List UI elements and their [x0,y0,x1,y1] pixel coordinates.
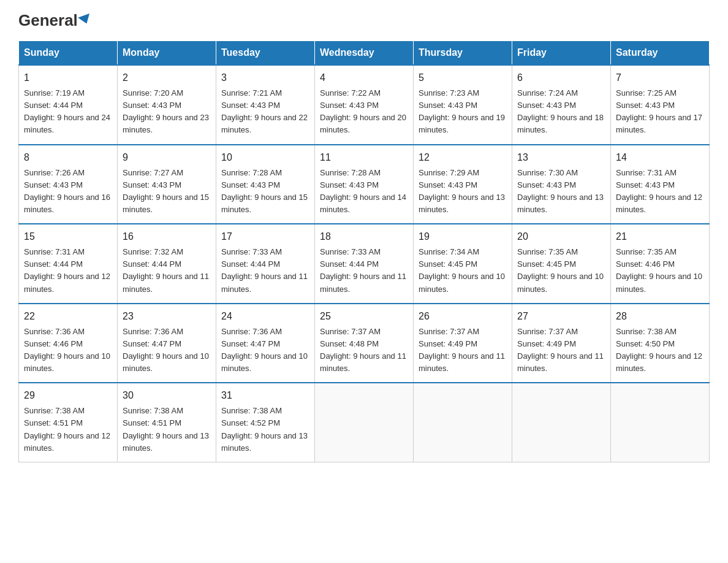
calendar-cell: 17Sunrise: 7:33 AMSunset: 4:44 PMDayligh… [216,224,315,304]
calendar-cell: 11Sunrise: 7:28 AMSunset: 4:43 PMDayligh… [315,145,414,224]
day-number: 22 [24,309,112,324]
calendar-cell: 20Sunrise: 7:35 AMSunset: 4:45 PMDayligh… [512,224,611,304]
day-info: Sunrise: 7:24 AMSunset: 4:43 PMDaylight:… [517,88,604,134]
calendar-cell: 14Sunrise: 7:31 AMSunset: 4:43 PMDayligh… [611,145,710,224]
day-number: 31 [221,388,309,403]
day-number: 25 [320,309,408,324]
calendar-cell [414,383,512,462]
day-number: 12 [419,150,507,165]
weekday-header-thursday: Thursday [414,41,512,66]
day-number: 13 [517,150,605,165]
calendar-cell: 29Sunrise: 7:38 AMSunset: 4:51 PMDayligh… [19,383,118,462]
weekday-header-row: SundayMondayTuesdayWednesdayThursdayFrid… [19,41,710,66]
calendar-cell: 24Sunrise: 7:36 AMSunset: 4:47 PMDayligh… [216,304,315,383]
calendar-cell: 26Sunrise: 7:37 AMSunset: 4:49 PMDayligh… [414,304,512,383]
weekday-header-friday: Friday [512,41,611,66]
day-number: 11 [320,150,408,165]
day-number: 18 [320,229,408,244]
weekday-header-wednesday: Wednesday [315,41,414,66]
calendar-cell: 3Sunrise: 7:21 AMSunset: 4:43 PMDaylight… [216,65,315,145]
day-number: 2 [123,71,211,85]
day-number: 8 [24,150,112,165]
calendar-cell: 5Sunrise: 7:23 AMSunset: 4:43 PMDaylight… [414,65,512,145]
day-info: Sunrise: 7:33 AMSunset: 4:44 PMDaylight:… [221,247,308,293]
day-number: 15 [24,229,112,244]
calendar-cell: 15Sunrise: 7:31 AMSunset: 4:44 PMDayligh… [19,224,118,304]
calendar-cell: 19Sunrise: 7:34 AMSunset: 4:45 PMDayligh… [414,224,512,304]
calendar-cell [512,383,611,462]
day-number: 9 [123,150,211,165]
calendar-cell: 30Sunrise: 7:38 AMSunset: 4:51 PMDayligh… [118,383,216,462]
day-number: 26 [419,309,507,324]
day-info: Sunrise: 7:37 AMSunset: 4:48 PMDaylight:… [320,327,406,373]
day-info: Sunrise: 7:23 AMSunset: 4:43 PMDaylight:… [419,88,505,134]
day-info: Sunrise: 7:28 AMSunset: 4:43 PMDaylight:… [221,168,308,214]
day-info: Sunrise: 7:34 AMSunset: 4:45 PMDaylight:… [419,247,505,293]
day-info: Sunrise: 7:19 AMSunset: 4:44 PMDaylight:… [24,88,110,134]
day-info: Sunrise: 7:38 AMSunset: 4:50 PMDaylight:… [616,327,702,373]
day-info: Sunrise: 7:31 AMSunset: 4:43 PMDaylight:… [616,168,702,214]
calendar-week-row: 15Sunrise: 7:31 AMSunset: 4:44 PMDayligh… [19,224,710,304]
calendar-cell: 9Sunrise: 7:27 AMSunset: 4:43 PMDaylight… [118,145,216,224]
calendar-cell: 2Sunrise: 7:20 AMSunset: 4:43 PMDaylight… [118,65,216,145]
day-number: 20 [517,229,605,244]
day-info: Sunrise: 7:38 AMSunset: 4:51 PMDaylight:… [123,406,209,452]
day-number: 24 [221,309,309,324]
day-info: Sunrise: 7:21 AMSunset: 4:43 PMDaylight:… [221,88,308,134]
day-number: 5 [419,71,507,85]
weekday-header-sunday: Sunday [19,41,118,66]
day-info: Sunrise: 7:36 AMSunset: 4:47 PMDaylight:… [123,327,209,373]
calendar-cell: 6Sunrise: 7:24 AMSunset: 4:43 PMDaylight… [512,65,611,145]
day-number: 10 [221,150,309,165]
day-number: 6 [517,71,605,85]
logo: General [18,12,91,28]
calendar-cell: 16Sunrise: 7:32 AMSunset: 4:44 PMDayligh… [118,224,216,304]
calendar-cell: 22Sunrise: 7:36 AMSunset: 4:46 PMDayligh… [19,304,118,383]
logo-triangle-icon [78,13,93,26]
day-info: Sunrise: 7:35 AMSunset: 4:46 PMDaylight:… [616,247,702,293]
calendar-cell: 18Sunrise: 7:33 AMSunset: 4:44 PMDayligh… [315,224,414,304]
day-info: Sunrise: 7:37 AMSunset: 4:49 PMDaylight:… [419,327,505,373]
day-info: Sunrise: 7:32 AMSunset: 4:44 PMDaylight:… [123,247,209,293]
weekday-header-saturday: Saturday [611,41,710,66]
calendar-week-row: 1Sunrise: 7:19 AMSunset: 4:44 PMDaylight… [19,65,710,145]
day-number: 30 [123,388,211,403]
day-number: 29 [24,388,112,403]
calendar-cell [611,383,710,462]
calendar-table: SundayMondayTuesdayWednesdayThursdayFrid… [18,40,710,462]
calendar-cell: 21Sunrise: 7:35 AMSunset: 4:46 PMDayligh… [611,224,710,304]
day-number: 27 [517,309,605,324]
calendar-cell: 23Sunrise: 7:36 AMSunset: 4:47 PMDayligh… [118,304,216,383]
calendar-cell: 31Sunrise: 7:38 AMSunset: 4:52 PMDayligh… [216,383,315,462]
day-info: Sunrise: 7:20 AMSunset: 4:43 PMDaylight:… [123,88,209,134]
day-number: 19 [419,229,507,244]
day-info: Sunrise: 7:38 AMSunset: 4:52 PMDaylight:… [221,406,308,452]
weekday-header-tuesday: Tuesday [216,41,315,66]
day-info: Sunrise: 7:22 AMSunset: 4:43 PMDaylight:… [320,88,406,134]
day-number: 1 [24,71,112,85]
day-info: Sunrise: 7:30 AMSunset: 4:43 PMDaylight:… [517,168,604,214]
calendar-cell: 12Sunrise: 7:29 AMSunset: 4:43 PMDayligh… [414,145,512,224]
calendar-cell [315,383,414,462]
day-info: Sunrise: 7:37 AMSunset: 4:49 PMDaylight:… [517,327,604,373]
day-info: Sunrise: 7:36 AMSunset: 4:47 PMDaylight:… [221,327,308,373]
day-info: Sunrise: 7:35 AMSunset: 4:45 PMDaylight:… [517,247,604,293]
day-number: 16 [123,229,211,244]
day-info: Sunrise: 7:33 AMSunset: 4:44 PMDaylight:… [320,247,406,293]
day-number: 23 [123,309,211,324]
calendar-cell: 1Sunrise: 7:19 AMSunset: 4:44 PMDaylight… [19,65,118,145]
day-number: 3 [221,71,309,85]
calendar-week-row: 8Sunrise: 7:26 AMSunset: 4:43 PMDaylight… [19,145,710,224]
calendar-cell: 8Sunrise: 7:26 AMSunset: 4:43 PMDaylight… [19,145,118,224]
day-number: 4 [320,71,408,85]
day-info: Sunrise: 7:36 AMSunset: 4:46 PMDaylight:… [24,327,110,373]
day-info: Sunrise: 7:26 AMSunset: 4:43 PMDaylight:… [24,168,110,214]
calendar-cell: 25Sunrise: 7:37 AMSunset: 4:48 PMDayligh… [315,304,414,383]
calendar-week-row: 22Sunrise: 7:36 AMSunset: 4:46 PMDayligh… [19,304,710,383]
calendar-week-row: 29Sunrise: 7:38 AMSunset: 4:51 PMDayligh… [19,383,710,462]
day-info: Sunrise: 7:27 AMSunset: 4:43 PMDaylight:… [123,168,209,214]
day-info: Sunrise: 7:28 AMSunset: 4:43 PMDaylight:… [320,168,406,214]
logo-top: General [18,12,91,28]
day-info: Sunrise: 7:25 AMSunset: 4:43 PMDaylight:… [616,88,702,134]
day-info: Sunrise: 7:29 AMSunset: 4:43 PMDaylight:… [419,168,505,214]
